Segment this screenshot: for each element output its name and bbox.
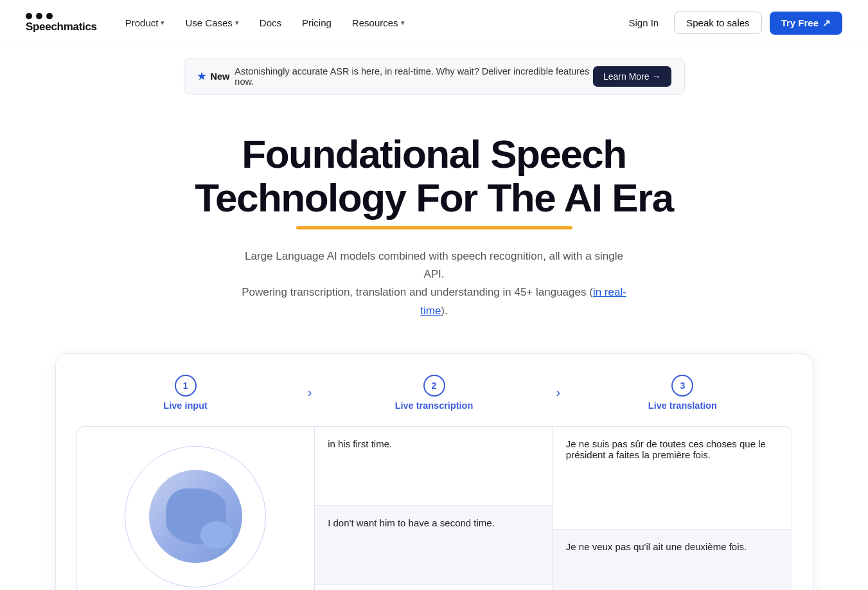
live-input-panel: English to French (BBC World Service) ▾ … <box>77 427 315 590</box>
step-2-label: Live transcription <box>395 400 474 411</box>
learn-more-button[interactable]: Learn More → <box>593 66 671 87</box>
hero-subtitle: Large Language AI models combined with s… <box>235 247 633 319</box>
transcript-row-3: It's unconstitutional <box>315 585 553 590</box>
star-icon: ★ <box>197 71 206 82</box>
hero-underline-decoration <box>296 226 572 229</box>
step-2-circle: 2 <box>423 375 445 397</box>
nav-right: Sign In Speak to sales Try Free ↗ <box>621 12 842 35</box>
transcript-row-1: in his first time. <box>315 427 553 506</box>
logo-dots <box>26 13 53 19</box>
step-1-label: Live input <box>163 400 207 411</box>
chevron-down-icon: ▾ <box>161 19 164 27</box>
speak-to-sales-button[interactable]: Speak to sales <box>674 12 761 34</box>
translation-row-2: Je ne veux pas qu'il ait une deuxième fo… <box>553 530 792 590</box>
globe-land-mass-2 <box>200 521 233 550</box>
demo-panels: English to French (BBC World Service) ▾ … <box>76 426 792 590</box>
logo-dot-2 <box>36 13 42 19</box>
navigation: Speechmatics Product ▾ Use Cases ▾ Docs … <box>0 0 868 46</box>
announcement-text: Astonishingly accurate ASR is here, in r… <box>235 66 593 87</box>
transcript-row-2: I don't want him to have a second time. <box>315 506 553 585</box>
step-3: 3 Live translation <box>573 375 792 411</box>
translation-row-1: Je ne suis pas sûr de toutes ces choses … <box>553 427 792 530</box>
step-1: 1 Live input <box>76 375 295 411</box>
globe-sphere <box>149 470 242 563</box>
announcement-banner: ★ New Astonishingly accurate ASR is here… <box>184 58 685 95</box>
logo-dot-3 <box>46 13 53 19</box>
logo-text: Speechmatics <box>26 21 97 33</box>
nav-links: Product ▾ Use Cases ▾ Docs Pricing Resou… <box>118 12 412 33</box>
logo-dot-1 <box>26 13 32 19</box>
globe-outer-ring <box>125 446 266 587</box>
live-translation-panel: Je ne suis pas sûr de toutes ces choses … <box>553 427 792 590</box>
arrow-icon: ↗ <box>822 17 831 29</box>
step-3-circle: 3 <box>671 375 693 397</box>
demo-card: 1 Live input › 2 Live transcription › 3 … <box>55 353 813 590</box>
step-3-label: Live translation <box>648 400 717 411</box>
step-2: 2 Live transcription <box>324 375 543 411</box>
try-free-button[interactable]: Try Free ↗ <box>770 12 842 35</box>
globe-container <box>77 427 315 590</box>
live-transcription-panel: in his first time. I don't want him to h… <box>315 427 553 590</box>
new-badge: New <box>211 71 230 82</box>
chevron-down-icon: ▾ <box>401 19 405 27</box>
logo[interactable]: Speechmatics <box>26 13 97 33</box>
chevron-down-icon: ▾ <box>235 19 239 27</box>
sign-in-button[interactable]: Sign In <box>621 12 667 33</box>
hero-title: Foundational Speech Technology For The A… <box>145 132 723 220</box>
nav-product[interactable]: Product ▾ <box>118 12 173 33</box>
hero-section: Foundational Speech Technology For The A… <box>0 107 868 333</box>
step-arrow-2: › <box>544 385 574 400</box>
nav-docs[interactable]: Docs <box>252 12 289 33</box>
announcement-content: ★ New Astonishingly accurate ASR is here… <box>197 66 594 87</box>
nav-pricing[interactable]: Pricing <box>294 12 339 33</box>
steps-row: 1 Live input › 2 Live transcription › 3 … <box>76 375 792 411</box>
nav-use-cases[interactable]: Use Cases ▾ <box>177 12 246 33</box>
nav-resources[interactable]: Resources ▾ <box>344 12 412 33</box>
step-1-circle: 1 <box>175 375 197 397</box>
step-arrow-1: › <box>295 385 325 400</box>
nav-left: Speechmatics Product ▾ Use Cases ▾ Docs … <box>26 12 412 33</box>
